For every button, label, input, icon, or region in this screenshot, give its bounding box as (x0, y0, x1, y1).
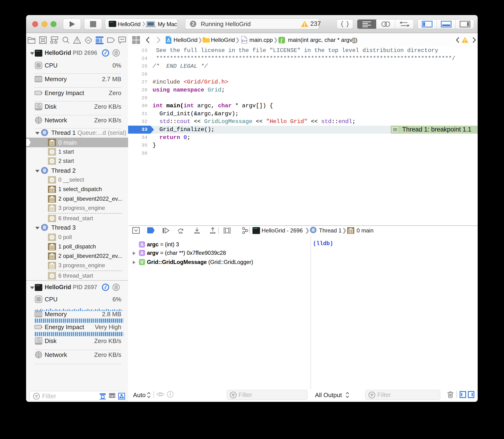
svg-text:HelloGrid: HelloGrid (118, 21, 140, 27)
svg-text:C++: C++ (242, 39, 247, 43)
svg-text:My Mac: My Mac (158, 21, 177, 27)
